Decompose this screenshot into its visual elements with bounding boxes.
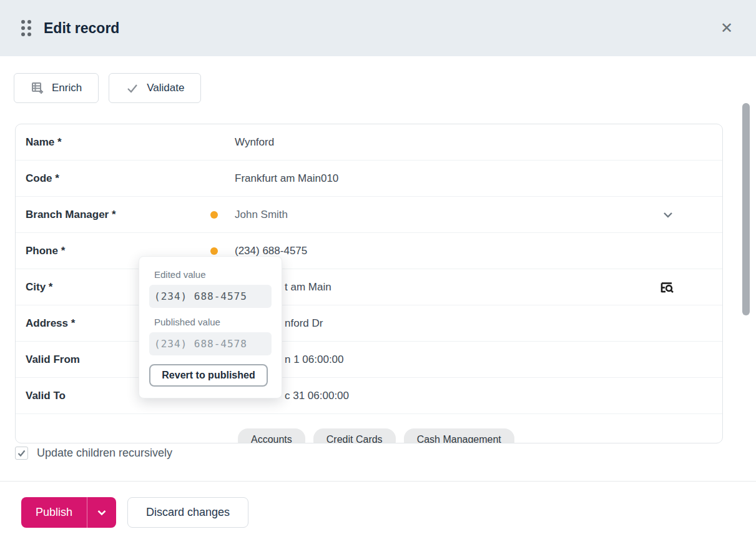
- tag-chip[interactable]: Credit Cards: [313, 428, 396, 443]
- field-value[interactable]: t am Main: [235, 279, 712, 295]
- validate-button[interactable]: Validate: [109, 73, 201, 103]
- field-value[interactable]: Wynford: [235, 136, 712, 149]
- field-row-phone: Phone * (234) 688-4575: [16, 233, 722, 269]
- footer-actions: Publish Discard changes: [21, 497, 248, 528]
- field-value-text: nford Dr: [285, 317, 323, 330]
- published-value-label: Published value: [154, 317, 272, 327]
- field-value-text: John Smith: [235, 209, 288, 221]
- dot-slot: [210, 211, 235, 219]
- publish-dropdown-chevron-icon[interactable]: [87, 497, 116, 528]
- field-label: Code *: [26, 172, 210, 185]
- field-value[interactable]: John Smith: [235, 208, 712, 222]
- toolbar: Enrich Validate: [14, 73, 201, 103]
- edited-value-label: Edited value: [154, 269, 272, 280]
- field-value-text: t am Main: [285, 281, 331, 294]
- discard-changes-button[interactable]: Discard changes: [127, 497, 248, 528]
- field-value-text: n 1 06:00:00: [285, 354, 344, 366]
- revert-to-published-button[interactable]: Revert to published: [149, 364, 268, 387]
- field-value[interactable]: nford Dr: [235, 317, 712, 330]
- edited-indicator-dot: [210, 247, 218, 255]
- close-icon[interactable]: ✕: [716, 17, 737, 39]
- field-value[interactable]: (234) 688-4575: [235, 245, 712, 257]
- field-value-text: c 31 06:00:00: [285, 390, 349, 402]
- dot-slot: [210, 247, 235, 255]
- update-children-checkbox[interactable]: [15, 447, 28, 460]
- update-children-checkbox-row[interactable]: Update children recursively: [15, 447, 172, 460]
- published-value-text: (234) 688-4578: [149, 332, 272, 355]
- publish-button[interactable]: Publish: [21, 497, 87, 528]
- field-row-city: City * t am Main: [16, 269, 722, 305]
- lookup-search-icon[interactable]: [659, 279, 675, 295]
- edited-indicator-dot: [210, 211, 218, 219]
- drag-handle-icon[interactable]: [21, 20, 31, 36]
- chevron-down-icon[interactable]: [661, 208, 675, 222]
- edit-record-modal: Edit record ✕ Enrich: [0, 0, 756, 539]
- field-label: Name *: [26, 136, 210, 149]
- field-value[interactable]: n 1 06:00:00: [235, 354, 712, 366]
- field-label: Phone *: [26, 245, 210, 257]
- field-row-address: Address * nford Dr: [16, 305, 722, 342]
- enrich-button-label: Enrich: [52, 82, 82, 94]
- edited-value-popup: Edited value (234) 688-4575 Published va…: [139, 256, 282, 398]
- validate-button-label: Validate: [147, 82, 184, 94]
- publish-split-button: Publish: [21, 497, 116, 528]
- edited-value-text: (234) 688-4575: [149, 285, 272, 308]
- modal-title: Edit record: [44, 20, 119, 37]
- field-row-code: Code * Frankfurt am Main010: [16, 161, 722, 197]
- tag-chip[interactable]: Cash Management: [404, 428, 514, 443]
- field-row-valid-to: Valid To c 31 06:00:00: [16, 378, 722, 414]
- field-value[interactable]: Frankfurt am Main010: [235, 172, 712, 185]
- modal-header: Edit record ✕: [0, 0, 756, 56]
- field-row-name: Name * Wynford: [16, 124, 722, 161]
- record-field-table: Name * Wynford Code * Frankfurt am Main0…: [15, 124, 723, 443]
- field-row-branch-manager: Branch Manager * John Smith: [16, 197, 722, 233]
- update-children-checkbox-label: Update children recursively: [37, 447, 172, 460]
- enrich-button[interactable]: Enrich: [14, 73, 99, 103]
- field-label: Branch Manager *: [26, 209, 210, 221]
- vertical-scrollbar-thumb[interactable]: [742, 103, 750, 315]
- checkmark-icon: [125, 81, 139, 95]
- enrich-table-plus-icon: [31, 81, 44, 95]
- footer-divider: [0, 481, 756, 482]
- tag-chip[interactable]: Accounts: [238, 428, 305, 443]
- related-tags-row: Accounts Credit Cards Cash Management: [16, 414, 722, 443]
- field-value[interactable]: c 31 06:00:00: [235, 390, 712, 402]
- field-row-valid-from: Valid From n 1 06:00:00: [16, 342, 722, 378]
